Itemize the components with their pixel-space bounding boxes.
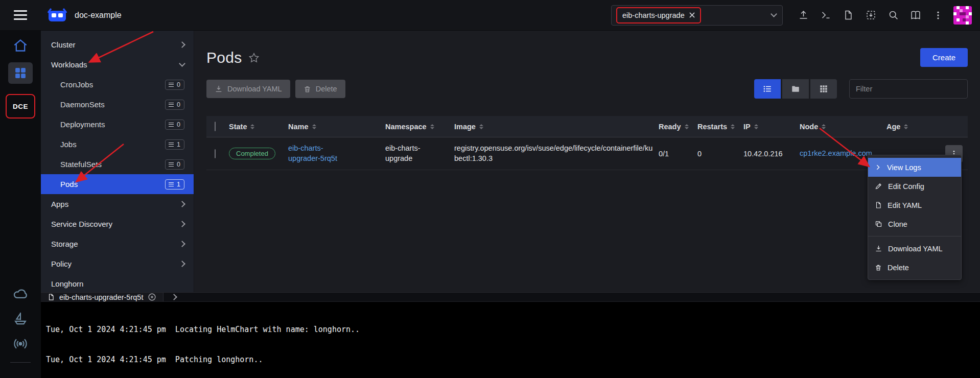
docs-book-icon[interactable] <box>904 4 927 27</box>
favorite-star-icon[interactable] <box>248 52 260 63</box>
sidebar-item-longhorn[interactable]: Longhorn <box>41 274 194 292</box>
chevron-right-icon <box>179 201 185 207</box>
col-header-ip[interactable]: IP <box>743 123 800 131</box>
import-yaml-icon[interactable] <box>859 4 882 27</box>
menu-item-delete[interactable]: Delete <box>868 258 961 277</box>
tab-scroll-chevron-icon[interactable] <box>164 293 184 301</box>
sort-icon <box>822 124 826 129</box>
sidebar-item-cronjobs[interactable]: CronJobs 0 <box>41 75 194 94</box>
chevron-right-icon <box>875 164 881 171</box>
pods-table: State Name Namespace Image Ready Restart… <box>206 116 968 170</box>
menu-item-clone[interactable]: Clone <box>868 215 961 233</box>
log-tab-bar: eib-charts-upgrader-5rq5t <box>41 293 980 302</box>
menu-item-edit-config[interactable]: Edit Config <box>868 177 961 196</box>
row-checkbox[interactable] <box>215 149 216 158</box>
col-header-node[interactable]: Node <box>800 123 886 131</box>
count-badge: 0 <box>165 100 184 110</box>
sort-icon <box>754 124 758 129</box>
cluster-badge-dce[interactable]: DCE <box>9 97 32 115</box>
clone-icon <box>875 220 882 228</box>
main-content: Pods Create Download YAML Delete <box>194 31 980 292</box>
sidebar-item-storage[interactable]: Storage <box>41 234 194 254</box>
download-yaml-button[interactable]: Download YAML <box>206 80 290 98</box>
col-header-image[interactable]: Image <box>454 123 659 131</box>
kubectl-shell-icon[interactable] <box>814 4 837 27</box>
chevron-right-icon <box>179 241 185 247</box>
page-title: Pods <box>206 49 242 66</box>
cluster-manager-icon[interactable] <box>8 62 33 84</box>
trash-icon <box>304 85 311 93</box>
col-header-ready[interactable]: Ready <box>659 123 697 131</box>
sidebar-item-workloads[interactable]: Workloads <box>41 55 194 75</box>
menu-item-view-logs[interactable]: View Logs <box>868 158 961 177</box>
close-icon[interactable] <box>689 12 695 18</box>
grid-view-toggle[interactable] <box>810 79 837 99</box>
sidebar-item-pods[interactable]: Pods 1 <box>41 174 194 194</box>
delete-button[interactable]: Delete <box>295 80 345 98</box>
kebab-menu-icon[interactable] <box>927 4 949 27</box>
folder-view-toggle[interactable] <box>782 79 809 99</box>
rancher-logo-icon <box>47 7 67 23</box>
menu-item-edit-yaml[interactable]: Edit YAML <box>868 196 961 215</box>
close-circle-icon[interactable] <box>148 293 156 301</box>
filter-input[interactable] <box>849 79 968 99</box>
image-cell: registry.opensuse.org/isv/suse/edge/life… <box>454 144 659 163</box>
sidebar-item-deployments[interactable]: Deployments 0 <box>41 114 194 134</box>
file-icon <box>875 201 882 209</box>
pencil-icon <box>875 182 882 190</box>
sort-icon <box>250 124 254 129</box>
file-icon[interactable] <box>837 4 859 27</box>
log-line: Tue, Oct 1 2024 4:21:45 pmPatching longh… <box>46 355 980 365</box>
table-row: Completed eib-charts-upgrader-5rq5t eib-… <box>206 137 968 170</box>
user-avatar[interactable] <box>953 6 972 25</box>
col-header-age[interactable]: Age <box>886 123 945 131</box>
log-panel: eib-charts-upgrader-5rq5t Tue, Oct 1 202… <box>41 292 980 378</box>
chevron-right-icon <box>179 41 185 48</box>
home-icon[interactable] <box>13 39 28 52</box>
sidebar-item-policy[interactable]: Policy <box>41 254 194 274</box>
cluster-filter-chip[interactable]: eib-charts-upgrade <box>618 9 699 22</box>
create-button[interactable]: Create <box>920 48 968 67</box>
top-bar: doc-example eib-charts-upgrade <box>0 0 980 31</box>
topbar-icons <box>792 4 949 27</box>
sort-icon <box>479 124 483 129</box>
trash-icon <box>875 264 882 271</box>
search-icon[interactable] <box>882 4 904 27</box>
log-tab[interactable]: eib-charts-upgrader-5rq5t <box>41 293 164 301</box>
count-badge: 1 <box>165 139 184 150</box>
log-line: Tue, Oct 1 2024 4:21:45 pmLocating HelmC… <box>46 325 980 335</box>
ship-icon[interactable] <box>13 311 28 325</box>
col-header-state[interactable]: State <box>229 123 288 131</box>
menu-item-download-yaml[interactable]: Download YAML <box>868 239 961 258</box>
ready-cell: 0/1 <box>659 150 697 158</box>
sidebar-item-apps[interactable]: Apps <box>41 194 194 214</box>
sidebar-item-cluster[interactable]: Cluster <box>41 35 194 55</box>
view-toggle-group <box>754 79 837 99</box>
col-header-name[interactable]: Name <box>288 123 385 131</box>
download-icon <box>875 245 882 252</box>
sort-icon <box>731 124 735 129</box>
sidebar-item-service-discovery[interactable]: Service Discovery <box>41 214 194 234</box>
sidebar-item-daemonsets[interactable]: DaemonSets 0 <box>41 94 194 114</box>
sidebar-item-jobs[interactable]: Jobs 1 <box>41 134 194 154</box>
select-all-checkbox[interactable] <box>215 122 216 131</box>
sort-icon <box>430 124 434 129</box>
waves-icon[interactable] <box>13 337 28 351</box>
sidebar-item-statefulsets[interactable]: StatefulSets 0 <box>41 154 194 174</box>
sort-icon <box>685 124 689 129</box>
sidebar: Cluster Workloads CronJobs 0 DaemonSets … <box>41 31 194 292</box>
list-view-toggle[interactable] <box>754 79 781 99</box>
log-output[interactable]: Tue, Oct 1 2024 4:21:45 pmLocating HelmC… <box>41 302 980 378</box>
product-title: doc-example <box>75 11 122 20</box>
node-link[interactable]: cp1rke2.example.com <box>800 149 872 157</box>
count-badge: 0 <box>165 80 184 90</box>
count-badge: 0 <box>165 120 184 130</box>
sort-icon <box>904 124 908 129</box>
cloud-icon[interactable] <box>13 287 28 300</box>
hamburger-menu-icon[interactable] <box>0 8 41 22</box>
col-header-restarts[interactable]: Restarts <box>697 123 743 131</box>
pod-name-link[interactable]: eib-charts-upgrader-5rq5t <box>288 144 355 163</box>
cluster-filter-select[interactable]: eib-charts-upgrade <box>611 5 783 26</box>
col-header-namespace[interactable]: Namespace <box>385 123 454 131</box>
upload-icon[interactable] <box>792 4 814 27</box>
